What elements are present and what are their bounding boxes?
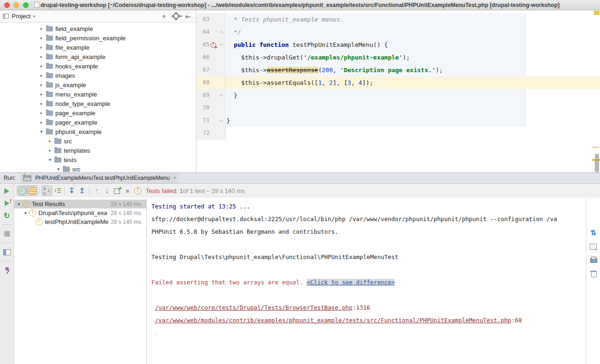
chevron-right-icon[interactable]: ▸ [38,54,45,59]
sidebar-item-field_example[interactable]: ▸field_example [0,24,196,33]
fold-marker-icon[interactable] [219,119,223,123]
code-text[interactable]: $this->assertEquals([1, 2], [3, 4]); [225,76,600,89]
chevron-right-icon[interactable]: ▸ [38,101,45,106]
sidebar-item-js_example[interactable]: ▸js_example [0,80,196,89]
console-link[interactable]: <Click to see difference> [307,279,395,286]
chevron-right-icon[interactable]: ▸ [38,45,45,50]
error-stripe-tick[interactable] [592,147,599,148]
editor-line-72[interactable]: 72 [196,127,600,140]
editor-line-65[interactable]: 65! public function testPhpUnitExampleMe… [196,38,600,51]
chevrons-icon[interactable] [122,186,133,196]
sidebar-item-page_example[interactable]: ▸page_example [0,108,196,118]
chevron-right-icon[interactable]: ▸ [47,148,53,153]
print-icon[interactable] [588,255,599,265]
sidebar-item-images[interactable]: ▸images [0,71,196,80]
restore-layout-icon[interactable] [2,247,12,257]
code-text[interactable]: } [225,114,600,127]
chevron-right-icon[interactable]: ▸ [38,111,45,115]
export-results-icon[interactable] [112,186,122,196]
test-tree-row[interactable]: testPhpUnitExampleMe28 s 140 ms [14,217,146,226]
code-text[interactable]: * Tests phpunit_example menus. [225,13,600,26]
track-test-icon[interactable] [588,228,599,238]
chevron-down-icon[interactable]: ▾ [16,202,22,207]
locate-icon[interactable] [159,11,169,22]
warning-icon[interactable] [133,186,143,196]
chevron-down-icon[interactable]: ▾ [55,167,61,171]
chevron-right-icon[interactable]: ▸ [38,82,45,87]
editor-line-63[interactable]: 63 * Tests phpunit_example menus. [196,13,600,26]
sidebar-item-menu_example[interactable]: ▸menu_example [0,89,196,99]
console-link[interactable]: /var/www/web/modules/contrib/examples/ph… [155,317,511,324]
chevron-right-icon[interactable]: ▸ [47,139,53,143]
editor-line-71[interactable]: 71} [196,114,600,127]
sidebar-item-phpunit_example[interactable]: ▾phpunit_example [0,127,196,136]
scroll-end-icon[interactable] [588,241,599,252]
code-text[interactable] [225,127,600,140]
error-stripe-warning-indicator[interactable] [594,11,600,15]
trash-icon[interactable] [588,268,599,279]
sidebar-item-src[interactable]: ▾src [0,164,196,172]
failed-test-run-icon[interactable]: ! [210,42,216,48]
sidebar-item-node_type_example[interactable]: ▸node_type_example [0,99,196,108]
sidebar-item-templates[interactable]: ▸templates [0,146,196,155]
code-text[interactable]: public function testPhpUnitExampleMenu()… [225,38,600,51]
chevron-right-icon[interactable]: ▸ [38,36,45,40]
editor-line-70[interactable]: 70 [196,102,600,114]
chevron-right-icon[interactable]: ▸ [38,92,45,97]
editor-line-66[interactable]: 66 $this->drupalGet('/examples/phpunit-e… [196,51,600,64]
fold-marker-icon[interactable] [219,31,223,35]
chevron-down-icon[interactable]: ▾ [38,129,45,134]
editor-line-69[interactable]: 69 } [196,89,600,102]
chevron-right-icon[interactable]: ▸ [38,73,45,78]
fold-marker-icon[interactable] [219,94,223,98]
chevron-right-icon[interactable]: ▸ [38,120,45,125]
close-tab-icon[interactable]: × [173,175,176,181]
test-console[interactable]: Testing started at 13:25 ...sftp://docke… [147,198,586,364]
stop-icon[interactable] [2,229,12,239]
run-icon[interactable] [2,186,12,196]
sidebar-item-form_api_example[interactable]: ▸form_api_example [0,52,196,61]
code-text[interactable]: $this->assertResponse(200, 'Description … [225,64,600,76]
chevron-down-icon[interactable]: ▾ [33,14,35,19]
run-configuration-tab[interactable]: php PHPUnitExampleMenuTest.testPhpUnitEx… [20,173,179,184]
error-stripe-tick-current[interactable] [592,159,600,161]
editor-line-68[interactable]: 68 $this->assertEquals([1, 2], [3, 4]); [196,76,600,89]
show-passed-icon[interactable] [17,186,27,196]
code-text[interactable]: */ [225,26,600,38]
chevron-down-icon[interactable]: ▾ [22,211,28,215]
chevron-right-icon[interactable]: ▸ [38,64,45,68]
prev-failed-icon[interactable] [91,186,102,196]
sidebar-item-hooks_example[interactable]: ▸hooks_example [0,61,196,71]
chevron-down-icon[interactable]: ▾ [47,157,53,162]
code-text[interactable]: $this->drupalGet('/examples/phpunit-exam… [225,51,600,64]
close-icon[interactable] [2,277,12,288]
chevron-right-icon[interactable]: ▸ [38,26,45,31]
fold-marker-icon[interactable] [219,41,223,45]
sidebar-item-field_permission_example[interactable]: ▸field_permission_example [0,33,196,43]
next-failed-icon[interactable] [102,186,112,196]
project-panel-title[interactable]: Project [12,13,30,20]
rerun-failed-icon[interactable] [2,198,12,208]
down-icon[interactable] [588,214,599,224]
sidebar-item-file_example[interactable]: ▸file_example [0,43,196,52]
show-ignored-icon[interactable] [27,186,38,196]
sort-alpha-icon[interactable] [42,186,52,196]
sort-duration-icon[interactable] [52,186,62,196]
sidebar-item-tests[interactable]: ▾tests [0,155,196,164]
editor-scrollbar[interactable] [595,154,599,172]
auto-test-icon[interactable] [2,210,12,221]
collapse-all-icon[interactable] [77,186,87,196]
hide-panel-icon[interactable] [183,11,193,22]
gear-icon[interactable] [172,11,183,22]
code-text[interactable]: } [225,89,600,102]
expand-all-icon[interactable] [67,186,77,196]
test-tree-row[interactable]: ▾Drupal\Tests\phpunit_exa28 s 140 ms [14,208,146,217]
sidebar-item-src[interactable]: ▸src [0,136,196,146]
pin-icon[interactable] [2,265,12,275]
code-text[interactable] [225,102,600,114]
editor-line-64[interactable]: 64 */ [196,26,600,38]
test-tree-row[interactable]: ▾Test Results28 s 140 ms [14,200,146,208]
code-editor[interactable]: 63 * Tests phpunit_example menus.64 */65… [196,10,600,172]
sidebar-item-pager_example[interactable]: ▸pager_example [0,118,196,127]
console-link[interactable]: /var/www/web/core/tests/Drupal/Tests/Bro… [155,304,352,311]
